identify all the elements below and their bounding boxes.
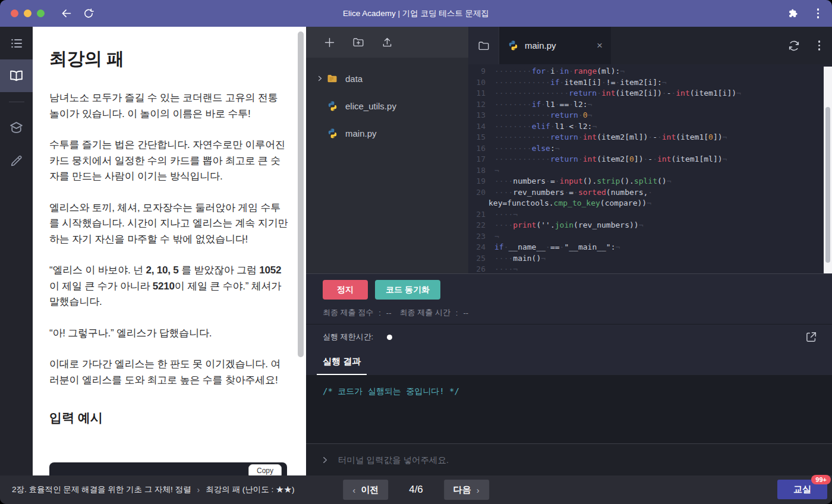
menu-kebab-icon[interactable] [815, 6, 822, 21]
python-icon [326, 128, 338, 139]
line-number: 9 [468, 66, 494, 77]
sync-icon[interactable] [787, 39, 801, 52]
code-area[interactable]: 9········for·i·in·range(ml):¬10·········… [468, 64, 832, 273]
code-line: 15············return·int(item2[ml])·-·in… [468, 132, 832, 143]
code-line: 10············if·item1[i]·!=·item2[i]:¬ [468, 77, 832, 89]
code-line: 16········else:¬ [468, 143, 832, 155]
file-name: data [345, 74, 363, 84]
line-content: key=functools.cmp_to_key(compare))¬ [489, 198, 651, 209]
notification-badge: 99+ [811, 475, 831, 484]
minimize-window-button[interactable] [24, 10, 31, 17]
terminal-input[interactable] [338, 455, 822, 465]
line-number: 18 [468, 165, 494, 177]
line-content: if·__name__·==·"__main__":¬ [494, 242, 620, 253]
breadcrumb-chapter[interactable]: 2장. 효율적인 문제 해결을 위한 기초 그 자체! 정렬 [12, 484, 191, 495]
submit-time-value: -- [463, 308, 468, 317]
app-window: Elice Academy | 기업 코딩 테스트 문제집 [0, 0, 832, 504]
line-content: ················return·int(item2[i])·-·i… [494, 88, 741, 99]
editor-scrollbar-track[interactable] [824, 67, 832, 273]
python-icon [508, 40, 519, 51]
code-line: 23¬ [468, 231, 832, 242]
sidebar-item-courses[interactable] [0, 112, 33, 144]
school-box-icon [9, 121, 24, 136]
page-navigation: ‹ 이전 4/6 다음 › [343, 480, 489, 500]
line-number: 16 [468, 143, 494, 155]
chevron-right-icon: › [477, 485, 480, 495]
code-line: key=functools.cmp_to_key(compare))¬ [468, 198, 832, 209]
line-content: ····rev_numbers·=·sorted(numbers,· [494, 187, 653, 199]
submit-score-label: 최종 제출 점수 [323, 307, 373, 318]
upload-icon[interactable] [381, 36, 393, 49]
document-scrollbar[interactable] [298, 32, 304, 357]
console-output-text: /* 코드가 실행되는 중입니다! */ [323, 386, 459, 396]
tab-main-py[interactable]: main.py × [499, 27, 611, 64]
code-sync-button[interactable]: 코드 동기화 [375, 280, 440, 300]
code-line: 21····¬ [468, 209, 832, 220]
prev-button[interactable]: ‹ 이전 [343, 480, 388, 500]
code-line: 9········for·i·in·range(ml):¬ [468, 66, 832, 77]
code-line: 11················return·int(item2[i])·-… [468, 88, 832, 99]
sidebar-item-editor[interactable] [0, 144, 33, 177]
line-number: 12 [468, 99, 494, 111]
toggle-file-tree-button[interactable] [468, 27, 499, 64]
file-tree: data elice_utils.py main.py [306, 58, 468, 147]
code-line: 19····numbers·=·input().strip().split()¬ [468, 176, 832, 187]
extension-icon[interactable] [785, 5, 802, 22]
code-line: 13············return·0¬ [468, 110, 832, 121]
file-tree-item-data[interactable]: data [306, 65, 468, 92]
python-icon [326, 100, 338, 112]
line-number: 15 [468, 132, 494, 143]
close-window-button[interactable] [11, 10, 18, 17]
doc-paragraph: “엘리스 이 바보야. 넌 2, 10, 5 를 받았잖아 그럼 1052이 제… [49, 263, 288, 310]
page-title: Elice Academy | 기업 코딩 테스트 문제집 [343, 0, 489, 27]
line-content: ········if·l1·==·l2:¬ [494, 99, 592, 111]
code-line: 26····¬ [468, 264, 832, 273]
maximize-window-button[interactable] [37, 10, 45, 17]
folder-icon [326, 73, 338, 84]
line-content: ····¬ [494, 209, 518, 220]
file-tree-item-main-py[interactable]: main.py [306, 119, 468, 147]
line-number: 10 [468, 77, 494, 89]
code-line: 17············return·int(item2[0])·-·int… [468, 154, 832, 165]
back-icon[interactable] [58, 5, 74, 22]
code-line: 22····print(''.join(rev_numbers))¬ [468, 220, 832, 231]
terminal-chevron-icon [321, 456, 329, 464]
chevron-left-icon: ‹ [352, 485, 355, 495]
doc-paragraph: 남녀노소 모두가 즐길 수 있는 코더랜드 고유의 전통 놀이가 있습니다. 이… [49, 90, 288, 122]
line-number: 11 [468, 88, 494, 99]
line-content: ¬ [494, 231, 499, 242]
line-content: ····¬ [494, 264, 518, 273]
line-content: ········else:¬ [494, 143, 560, 155]
line-number: 22 [468, 220, 494, 231]
close-icon[interactable]: × [597, 40, 603, 51]
line-number: 26 [468, 264, 494, 273]
sidebar-item-list[interactable] [0, 27, 33, 59]
line-number: 13 [468, 110, 494, 121]
code-line: 20····rev_numbers·=·sorted(numbers,· [468, 187, 832, 199]
line-content: ········elif·l1·<·l2:¬ [494, 121, 597, 133]
breadcrumb: 2장. 효율적인 문제 해결을 위한 기초 그 자체! 정렬 › 최강의 패 (… [12, 484, 294, 495]
file-tree-panel: data elice_utils.py main.py [306, 27, 468, 273]
tab-run-result[interactable]: 실행 결과 [317, 349, 367, 375]
stop-button[interactable]: 정지 [323, 280, 368, 300]
refresh-icon[interactable] [80, 5, 97, 22]
editor-scrollbar-thumb[interactable] [825, 107, 830, 263]
file-tree-item-elice_utils-py[interactable]: elice_utils.py [306, 92, 468, 119]
line-content: ····numbers·=·input().strip().split()¬ [494, 176, 671, 187]
new-file-icon[interactable] [323, 36, 336, 49]
sidebar-item-lesson[interactable] [0, 59, 33, 92]
line-number: 23 [468, 231, 494, 242]
external-link-icon[interactable] [805, 330, 818, 344]
submission-status: 최종 제출 점수 : -- 최종 제출 시간 : -- [323, 307, 832, 318]
next-button[interactable]: 다음 › [444, 480, 489, 500]
pencil-icon [10, 154, 23, 168]
doc-paragraphs: 남녀노소 모두가 즐길 수 있는 코더랜드 고유의 전통 놀이가 있습니다. 이… [49, 90, 288, 388]
new-folder-icon[interactable] [352, 36, 365, 49]
time-limit-label: 실행 제한시간: [323, 332, 373, 342]
problem-title: 최강의 패 [49, 47, 288, 71]
editor-menu-kebab-icon[interactable] [816, 38, 823, 53]
line-number: 14 [468, 121, 494, 133]
copy-button[interactable]: Copy [248, 464, 282, 475]
code-line: 24if·__name__·==·"__main__":¬ [468, 242, 832, 253]
editor-tabbar: main.py × [468, 27, 832, 64]
